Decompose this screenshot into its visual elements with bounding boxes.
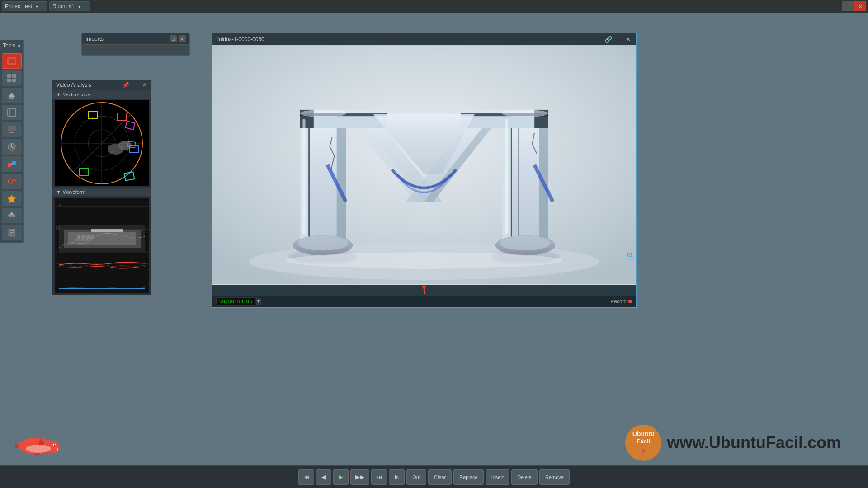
transport-play-btn[interactable]: ▶ xyxy=(333,469,349,485)
minimize-button[interactable]: — xyxy=(842,1,854,11)
svg-rect-91 xyxy=(505,119,508,234)
v1-label: V1 xyxy=(627,252,633,258)
record-button[interactable]: Record xyxy=(611,299,632,304)
imports-minimize-btn[interactable]: □ xyxy=(170,35,177,42)
va-title: Video Analysis xyxy=(56,82,91,88)
tools-close[interactable]: ✕ xyxy=(17,43,21,48)
tools-label: Tools ✕ xyxy=(1,42,22,50)
ubuntu-logo-line2: Fácil xyxy=(637,438,651,446)
playhead-arrow xyxy=(422,286,426,290)
svg-point-89 xyxy=(286,252,562,269)
timecode-dropdown-btn[interactable]: ▾ xyxy=(256,298,261,305)
svg-rect-7 xyxy=(8,109,16,116)
svg-rect-14 xyxy=(8,163,11,167)
waveform-content: 100 50 0 |||||||||||||||||||| ||||||||||… xyxy=(52,196,151,295)
preview-header-controls: 🔗 — ✕ xyxy=(604,36,632,43)
transport-in-btn[interactable]: In xyxy=(389,469,405,485)
transport-clear-btn[interactable]: Clear xyxy=(428,469,452,485)
preview-pin-btn[interactable]: 🔗 xyxy=(604,36,613,43)
shark-svg xyxy=(14,428,59,457)
preview-close-btn[interactable]: ✕ xyxy=(625,36,632,43)
tool-button-7[interactable] xyxy=(2,174,22,189)
ubuntu-brand: Ubuntu Fácil ● www.UbuntuFacil.com xyxy=(625,425,841,461)
imports-title: Imports xyxy=(85,36,104,42)
preview-title: fluidos-1-0000-0060 xyxy=(216,36,264,42)
svg-point-66 xyxy=(297,236,348,251)
ubuntu-logo-line1: Ubuntu xyxy=(632,430,655,438)
main-area: Tools ✕ xyxy=(0,13,868,488)
vectorscope-display xyxy=(55,100,149,186)
vectorscope-section-header[interactable]: ▼ Vectorscope xyxy=(52,90,151,99)
preview-footer: 00:00:00.05 ▾ Record xyxy=(212,296,636,307)
ubuntu-website-text: www.UbuntuFacil.com xyxy=(667,433,841,452)
transport-prev-btn[interactable]: ◀ xyxy=(316,469,331,485)
waveform-display: 100 50 0 |||||||||||||||||||| ||||||||||… xyxy=(55,198,149,293)
close-button[interactable]: ✕ xyxy=(854,1,866,11)
svg-rect-1 xyxy=(9,59,15,63)
imports-panel: Imports □ ✕ xyxy=(81,33,190,56)
room-dropdown[interactable]: Room #1 xyxy=(49,1,90,11)
timeline-bar[interactable] xyxy=(212,285,636,296)
ubuntu-logo-dot: ● xyxy=(641,446,646,456)
va-header[interactable]: Video Analysis 📌 — ✕ xyxy=(52,80,151,90)
svg-rect-9 xyxy=(8,126,16,131)
playhead-line xyxy=(424,290,425,294)
transport-remove-btn[interactable]: Remove xyxy=(539,469,570,485)
tool-button-3[interactable] xyxy=(2,105,22,120)
svg-rect-90 xyxy=(302,119,305,234)
transport-insert-btn[interactable]: Insert xyxy=(486,469,510,485)
timeline-playhead xyxy=(422,286,426,294)
tool-button-1[interactable] xyxy=(2,70,22,86)
transport-next-btn[interactable]: ▶▶ xyxy=(350,469,369,485)
tool-button-10[interactable] xyxy=(2,225,22,240)
waveform-section-header[interactable]: ▼ Waveform xyxy=(52,188,151,196)
transport-last-btn[interactable]: ⏭ xyxy=(371,469,387,485)
imports-header: Imports □ ✕ xyxy=(82,33,189,45)
transport-out-btn[interactable]: Out xyxy=(406,469,426,485)
preview-content: V1 xyxy=(212,45,636,285)
tool-button-9[interactable] xyxy=(2,208,22,223)
tool-button-2[interactable] xyxy=(2,88,22,103)
timecode: 00:00:00.05 ▾ xyxy=(216,297,261,306)
vectorscope-label: Vectorscope xyxy=(63,92,90,97)
video-analysis-panel: Video Analysis 📌 — ✕ ▼ Vectorscope xyxy=(52,80,151,295)
preview-svg xyxy=(212,45,636,285)
svg-text:||||||||||||||||||||: |||||||||||||||||||| xyxy=(77,235,94,239)
svg-rect-5 xyxy=(12,79,16,82)
transport-first-btn[interactable]: ⏮ xyxy=(298,469,314,485)
va-minimize-btn[interactable]: — xyxy=(132,82,139,88)
preview-timeline[interactable] xyxy=(212,285,636,296)
svg-text:|||||||||||||||||||||||: ||||||||||||||||||||||| xyxy=(75,239,91,241)
va-pin-btn[interactable]: 📌 xyxy=(122,82,130,88)
svg-rect-54 xyxy=(91,229,123,232)
preview-image: V1 xyxy=(212,45,636,285)
preview-window: fluidos-1-0000-0060 🔗 — ✕ 📁 ≡ ⊞ xyxy=(212,33,637,308)
tool-button-0[interactable] xyxy=(2,53,22,69)
tool-button-5[interactable] xyxy=(2,139,22,155)
record-label: Record xyxy=(611,299,627,304)
va-close-btn[interactable]: ✕ xyxy=(141,82,147,88)
transport-replace-btn[interactable]: Replace xyxy=(453,469,483,485)
svg-marker-18 xyxy=(8,195,16,203)
tool-button-6[interactable] xyxy=(2,156,22,172)
transport-controls: ⏮ ◀ ▶ ▶▶ ⏭ In Out Clear Replace Insert D… xyxy=(0,465,868,488)
svg-point-74 xyxy=(500,236,551,251)
svg-rect-10 xyxy=(9,132,14,133)
tool-button-8[interactable] xyxy=(2,191,22,206)
svg-rect-3 xyxy=(12,74,16,78)
title-bar-right: — ✕ xyxy=(842,1,868,11)
imports-close-btn[interactable]: ✕ xyxy=(179,35,186,42)
shark-mascot xyxy=(14,428,59,459)
timecode-display: 00:00:00.05 xyxy=(216,297,255,306)
tool-button-4[interactable] xyxy=(2,122,22,137)
project-dropdown[interactable]: Project test xyxy=(2,1,47,11)
tools-text: Tools xyxy=(3,42,15,49)
transport-delete-btn[interactable]: Delete xyxy=(511,469,538,485)
svg-text:0: 0 xyxy=(56,248,58,252)
record-dot xyxy=(628,300,632,303)
svg-rect-2 xyxy=(7,74,11,78)
svg-point-97 xyxy=(54,445,56,446)
preview-minimize-btn[interactable]: — xyxy=(615,36,623,43)
title-bar-left: Project test Room #1 xyxy=(0,1,90,11)
ubuntu-logo: Ubuntu Fácil ● xyxy=(625,425,661,461)
